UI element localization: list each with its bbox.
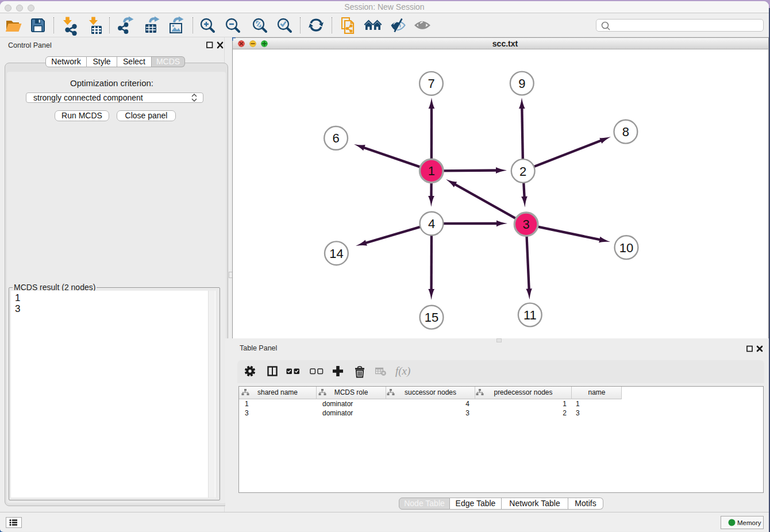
svg-text:1: 1 <box>428 164 435 178</box>
svg-text:15: 15 <box>425 310 438 325</box>
svg-text:6: 6 <box>332 131 339 145</box>
svg-text:2: 2 <box>519 164 526 179</box>
svg-text:14: 14 <box>329 246 343 261</box>
svg-text:8: 8 <box>622 125 629 139</box>
svg-text:4: 4 <box>428 217 435 231</box>
svg-text:9: 9 <box>518 76 525 91</box>
svg-text:11: 11 <box>523 308 537 322</box>
svg-text:10: 10 <box>619 241 633 255</box>
svg-text:7: 7 <box>428 76 434 91</box>
svg-text:3: 3 <box>522 217 529 232</box>
